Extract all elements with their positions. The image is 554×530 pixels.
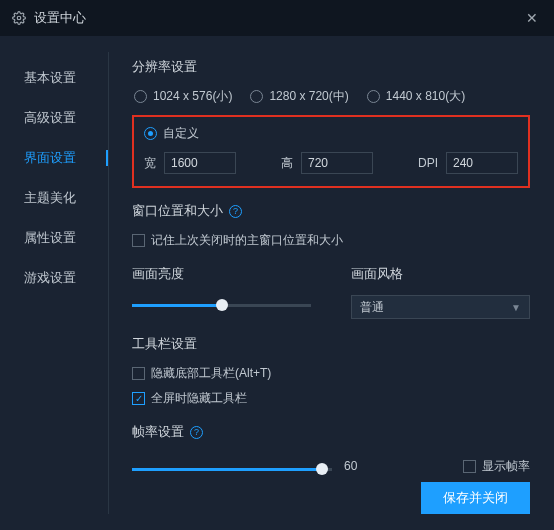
svg-point-0 xyxy=(17,16,21,20)
settings-window: 设置中心 ✕ 基本设置 高级设置 界面设置 主题美化 属性设置 游戏设置 分辨率… xyxy=(0,0,554,530)
save-close-button[interactable]: 保存并关闭 xyxy=(421,482,530,514)
resolution-option-small[interactable]: 1024 x 576(小) xyxy=(134,88,232,105)
fps-title: 帧率设置 ? xyxy=(132,423,530,441)
checkbox-icon xyxy=(132,367,145,380)
radio-icon xyxy=(144,127,157,140)
radio-icon xyxy=(250,90,263,103)
width-input[interactable] xyxy=(164,152,236,174)
remember-position-checkbox[interactable]: 记住上次关闭时的主窗口位置和大小 xyxy=(132,232,530,249)
chevron-down-icon: ▼ xyxy=(511,302,521,313)
brightness-title: 画面亮度 xyxy=(132,265,311,283)
resolution-option-custom[interactable]: 自定义 xyxy=(144,125,518,142)
sidebar-item-game[interactable]: 游戏设置 xyxy=(0,258,108,298)
style-title: 画面风格 xyxy=(351,265,530,283)
sidebar-item-basic[interactable]: 基本设置 xyxy=(0,58,108,98)
titlebar: 设置中心 ✕ xyxy=(0,0,554,36)
toolbar-title: 工具栏设置 xyxy=(132,335,530,353)
sidebar-item-theme[interactable]: 主题美化 xyxy=(0,178,108,218)
custom-resolution-highlight: 自定义 宽 高 DPI xyxy=(132,115,530,188)
width-label: 宽 xyxy=(144,155,156,172)
checkbox-icon xyxy=(132,392,145,405)
fps-slider[interactable] xyxy=(132,459,332,479)
gear-icon xyxy=(12,11,26,25)
window-pos-title: 窗口位置和大小 ? xyxy=(132,202,530,220)
content-panel: 分辨率设置 1024 x 576(小) 1280 x 720(中) 1440 x… xyxy=(108,36,554,530)
help-icon[interactable]: ? xyxy=(190,426,203,439)
checkbox-icon xyxy=(463,460,476,473)
fps-value: 60 xyxy=(344,459,357,473)
radio-icon xyxy=(134,90,147,103)
show-fps-checkbox[interactable]: 显示帧率 xyxy=(463,458,530,475)
hide-fullscreen-toolbar-checkbox[interactable]: 全屏时隐藏工具栏 xyxy=(132,390,530,407)
sidebar-item-advanced[interactable]: 高级设置 xyxy=(0,98,108,138)
dpi-input[interactable] xyxy=(446,152,518,174)
resolution-option-medium[interactable]: 1280 x 720(中) xyxy=(250,88,348,105)
height-input[interactable] xyxy=(301,152,373,174)
sidebar-item-interface[interactable]: 界面设置 xyxy=(0,138,108,178)
brightness-slider[interactable] xyxy=(132,295,311,315)
style-select[interactable]: 普通 ▼ xyxy=(351,295,530,319)
resolution-option-large[interactable]: 1440 x 810(大) xyxy=(367,88,465,105)
hide-bottom-toolbar-checkbox[interactable]: 隐藏底部工具栏(Alt+T) xyxy=(132,365,530,382)
dpi-label: DPI xyxy=(418,156,438,170)
resolution-title: 分辨率设置 xyxy=(132,58,530,76)
height-label: 高 xyxy=(281,155,293,172)
radio-icon xyxy=(367,90,380,103)
window-title: 设置中心 xyxy=(34,9,86,27)
sidebar: 基本设置 高级设置 界面设置 主题美化 属性设置 游戏设置 xyxy=(0,36,108,530)
close-button[interactable]: ✕ xyxy=(522,6,542,30)
sidebar-item-property[interactable]: 属性设置 xyxy=(0,218,108,258)
checkbox-icon xyxy=(132,234,145,247)
help-icon[interactable]: ? xyxy=(229,205,242,218)
